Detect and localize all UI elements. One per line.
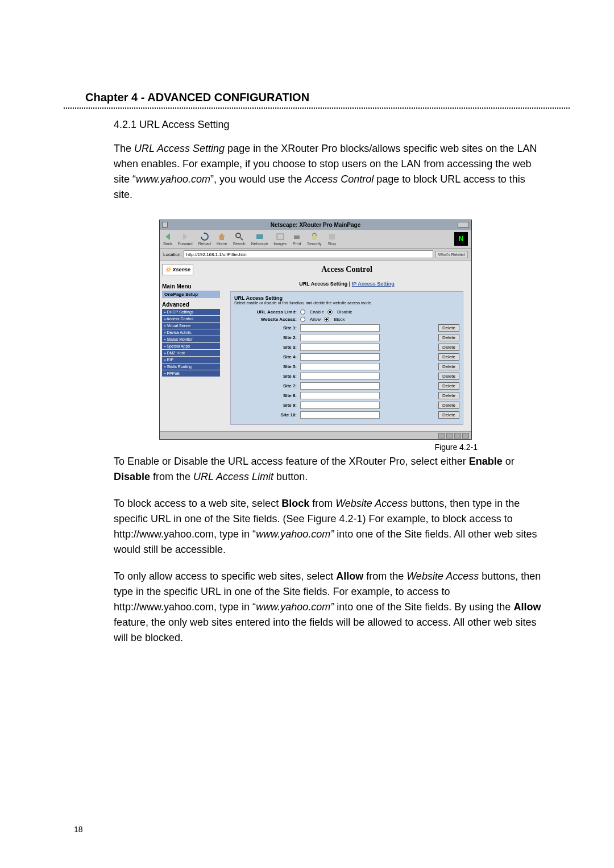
em: Website Access [406,571,479,582]
home-button[interactable]: Home [217,232,227,246]
panel-title: Access Control [230,265,463,274]
text: feature, the only web sites entered into… [114,617,536,643]
images-button[interactable]: Images [273,232,287,246]
site-label: Site 10: [234,412,297,418]
paragraph-2: To Enable or Disable the URL access feat… [114,454,546,485]
sidebar-item-virtual-server[interactable]: • Virtual Server [162,323,220,329]
bold: Allow [336,571,363,582]
svg-rect-6 [312,236,317,240]
svg-rect-4 [294,235,300,239]
em: www.yahoo.com” [256,601,334,613]
chapter-heading: Chapter 4 - ADVANCED CONFIGURATION [85,91,546,104]
status-bar [160,431,471,439]
text: into one of the Site fields. By using th… [334,601,513,613]
site-2-input[interactable] [300,334,380,341]
text: from [309,498,335,509]
site-label: Site 2: [234,335,297,340]
svg-rect-2 [256,234,263,239]
site-5-input[interactable] [300,363,380,370]
text: or [503,456,515,467]
svg-point-0 [236,233,240,238]
radio-allow[interactable] [300,317,305,322]
site-label: Site 5: [234,364,297,369]
sidebar: 🔆 Xsense Main Menu OnePage Setup Advance… [160,261,222,431]
back-button[interactable]: Back [163,232,172,246]
netscape-window: Netscape: XRouter Pro MainPage Back Forw… [159,220,472,440]
radio-disable[interactable] [327,309,333,315]
site-label: Site 7: [234,383,297,388]
sidebar-item-special-apps[interactable]: • Special Apps [162,343,220,349]
search-button[interactable]: Search [233,232,246,246]
paragraph-4: To only allow access to specific web sit… [114,569,546,646]
em: URL Access Limit [193,471,273,482]
location-label: Location: [163,252,181,257]
tab-url-access[interactable]: URL Access Setting [299,281,347,287]
text: The [114,143,134,154]
screenshot-container: Netscape: XRouter Pro MainPage Back Forw… [85,220,546,440]
reload-icon [200,232,209,241]
access-setting-tabs: URL Access Setting | IP Access Setting [230,281,463,287]
site-1-input[interactable] [300,324,380,332]
bold: Allow [513,601,541,613]
stop-button[interactable]: Stop [327,232,337,246]
sidebar-item-dmz[interactable]: • DMZ Host [162,350,220,356]
radio-block[interactable] [324,317,329,322]
site-label: Site 1: [234,325,297,330]
whats-related-button[interactable]: What's Related [435,251,468,258]
window-titlebar: Netscape: XRouter Pro MainPage [160,220,471,230]
sidebar-item-pppoe[interactable]: • PPPoE [162,370,220,377]
radio-enable[interactable] [300,309,305,315]
site-9-input[interactable] [300,402,380,409]
site-label: Site 6: [234,374,297,379]
site-8-input[interactable] [300,392,380,399]
section-heading: 4.2.1 URL Access Setting [114,119,546,131]
site-3-input[interactable] [300,344,380,351]
netscape-logo-icon: N [454,232,468,246]
svg-rect-3 [277,234,284,239]
netscape-button[interactable]: Netscape [251,232,268,246]
text: button. [273,471,308,482]
dotted-rule [64,108,570,109]
svg-rect-5 [295,233,298,235]
site-7-input[interactable] [300,382,380,390]
print-button[interactable]: Print [292,232,301,246]
sidebar-onepage[interactable]: OnePage Setup [162,291,220,298]
tab-ip-access[interactable]: IP Access Setting [352,281,395,287]
advanced-heading: Advanced [162,301,220,308]
sidebar-item-status-monitor[interactable]: • Status Monitor [162,336,220,342]
sidebar-item-access-control[interactable]: • Access Control [162,316,220,322]
em: Access Control [305,173,374,185]
delete-button-1[interactable]: Delete [438,324,459,332]
delete-button-4[interactable]: Delete [438,353,459,361]
em: www.yahoo.com [136,173,210,185]
delete-button-5[interactable]: Delete [438,363,459,370]
forward-button[interactable]: Forward [178,232,193,246]
security-button[interactable]: Security [307,232,321,246]
delete-button-10[interactable]: Delete [438,411,459,419]
delete-button-7[interactable]: Delete [438,382,459,390]
sidebar-item-rip[interactable]: • RIP [162,357,220,363]
bold: Disable [114,471,150,482]
sidebar-item-dhcp[interactable]: • DHCP Settings [162,309,220,315]
site-4-input[interactable] [300,353,380,361]
home-icon [217,232,226,241]
paragraph-3: To block access to a web site, select Bl… [114,496,546,557]
reload-button[interactable]: Reload [198,232,211,246]
location-input[interactable] [184,250,433,258]
svg-line-1 [240,238,243,240]
netscape-icon [255,232,264,241]
delete-button-9[interactable]: Delete [438,402,459,409]
em: URL Access Setting [134,143,225,154]
sidebar-item-static-routing[interactable]: • Static Routing [162,363,220,370]
delete-button-6[interactable]: Delete [438,373,459,380]
delete-button-3[interactable]: Delete [438,344,459,351]
delete-button-8[interactable]: Delete [438,392,459,399]
site-6-input[interactable] [300,373,380,380]
site-label: Site 3: [234,345,297,350]
delete-button-2[interactable]: Delete [438,334,459,341]
sidebar-item-device-admin[interactable]: • Device Admin. [162,329,220,336]
site-10-input[interactable] [300,411,380,419]
site-label: Site 9: [234,403,297,408]
browser-toolbar: Back Forward Reload Home Search Netscape… [160,230,471,249]
print-icon [292,232,301,241]
